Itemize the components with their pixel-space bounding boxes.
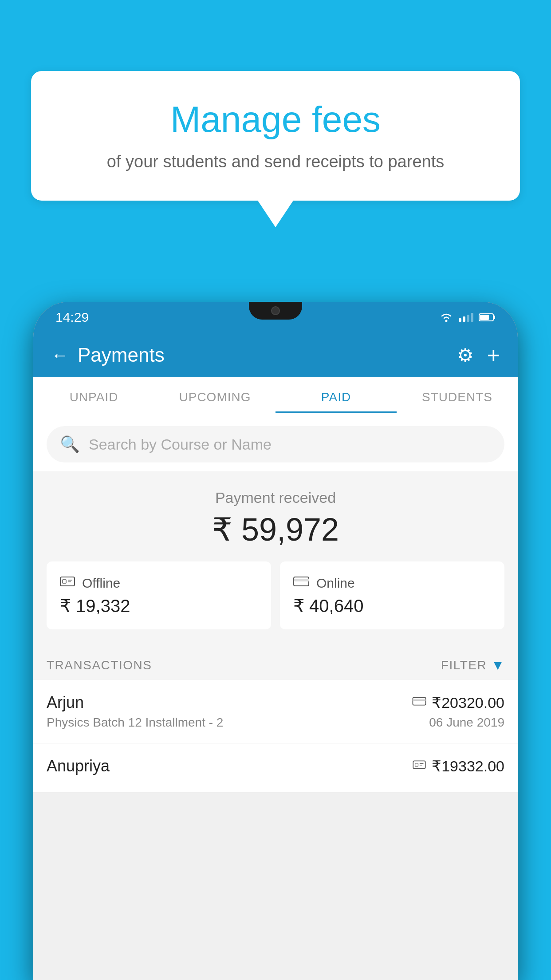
transactions-header: TRANSACTIONS FILTER ▼ <box>33 647 518 680</box>
table-row[interactable]: Arjun ₹20320.00 Physics <box>33 680 518 743</box>
speech-bubble: Manage fees of your students and send re… <box>31 71 520 201</box>
transaction-amount-container: ₹20320.00 <box>412 694 504 711</box>
notch-camera <box>271 306 280 315</box>
offline-payment-card: Offline ₹ 19,332 <box>47 561 271 629</box>
svg-rect-3 <box>480 315 489 320</box>
tab-students[interactable]: STUDENTS <box>397 381 518 413</box>
svg-point-0 <box>445 320 448 322</box>
filter-container[interactable]: FILTER ▼ <box>441 658 504 673</box>
transaction-amount: ₹19332.00 <box>432 757 504 775</box>
online-payment-icon <box>293 575 309 591</box>
payment-received-label: Payment received <box>47 489 504 506</box>
app-bar-right: ⚙ + <box>457 342 500 368</box>
app-bar-left: ← Payments <box>51 344 165 366</box>
card-payment-icon <box>412 695 426 710</box>
svg-rect-2 <box>493 316 495 319</box>
svg-rect-13 <box>415 763 418 767</box>
tab-upcoming[interactable]: UPCOMING <box>154 381 276 413</box>
speech-bubble-arrow <box>258 201 293 227</box>
cash-payment-icon <box>412 759 426 773</box>
phone-inner: 14:29 <box>33 302 518 980</box>
wifi-icon <box>439 312 453 322</box>
payment-total-amount: ₹ 59,972 <box>47 511 504 548</box>
search-placeholder: Search by Course or Name <box>89 436 272 453</box>
tab-paid[interactable]: PAID <box>276 381 397 413</box>
speech-bubble-title: Manage fees <box>67 98 484 141</box>
payment-cards: Offline ₹ 19,332 <box>47 561 504 629</box>
offline-payment-icon <box>60 575 75 591</box>
transactions-list: Arjun ₹20320.00 Physics <box>33 680 518 793</box>
app-bar-title: Payments <box>78 344 165 366</box>
search-bar[interactable]: 🔍 Search by Course or Name <box>47 426 504 462</box>
transactions-label: TRANSACTIONS <box>47 658 152 672</box>
search-icon: 🔍 <box>60 435 80 454</box>
status-bar: 14:29 <box>33 302 518 333</box>
transaction-name: Anupriya <box>47 757 110 775</box>
tabs-container: UNPAID UPCOMING PAID STUDENTS <box>33 377 518 417</box>
online-amount: ₹ 40,640 <box>293 596 491 616</box>
transaction-row-top: Arjun ₹20320.00 <box>47 693 504 712</box>
svg-rect-5 <box>63 580 66 583</box>
transaction-row-top: Anupriya ₹19332.00 <box>47 757 504 775</box>
notch <box>249 302 302 320</box>
filter-label: FILTER <box>441 658 487 672</box>
transaction-name: Arjun <box>47 693 84 712</box>
transaction-date: 06 June 2019 <box>429 715 504 730</box>
status-icons <box>439 312 496 322</box>
offline-card-header: Offline <box>60 575 258 591</box>
offline-amount: ₹ 19,332 <box>60 596 258 616</box>
transaction-amount-container: ₹19332.00 <box>412 757 504 775</box>
payment-summary: Payment received ₹ 59,972 <box>33 471 518 647</box>
status-time: 14:29 <box>55 310 89 325</box>
app-bar: ← Payments ⚙ + <box>33 333 518 377</box>
online-card-header: Online <box>293 575 491 591</box>
phone-frame: 14:29 <box>33 302 518 980</box>
add-icon[interactable]: + <box>487 342 500 368</box>
svg-rect-9 <box>294 579 309 581</box>
online-payment-card: Online ₹ 40,640 <box>280 561 504 629</box>
back-button[interactable]: ← <box>51 345 69 365</box>
svg-rect-11 <box>413 699 426 701</box>
search-container: 🔍 Search by Course or Name <box>33 417 518 471</box>
transaction-amount: ₹20320.00 <box>432 694 504 711</box>
online-type-label: Online <box>316 576 355 591</box>
table-row[interactable]: Anupriya ₹19332.00 <box>33 743 518 793</box>
speech-bubble-container: Manage fees of your students and send re… <box>31 71 520 227</box>
transaction-course: Physics Batch 12 Installment - 2 <box>47 715 223 730</box>
settings-icon[interactable]: ⚙ <box>457 344 474 366</box>
phone-container: 14:29 <box>33 302 518 980</box>
transaction-row-bottom: Physics Batch 12 Installment - 2 06 June… <box>47 715 504 730</box>
filter-icon: ▼ <box>491 658 504 673</box>
tab-unpaid[interactable]: UNPAID <box>33 381 154 413</box>
battery-icon <box>479 313 496 322</box>
signal-bars-icon <box>459 313 473 322</box>
speech-bubble-subtitle: of your students and send receipts to pa… <box>67 150 484 174</box>
offline-type-label: Offline <box>82 576 120 591</box>
